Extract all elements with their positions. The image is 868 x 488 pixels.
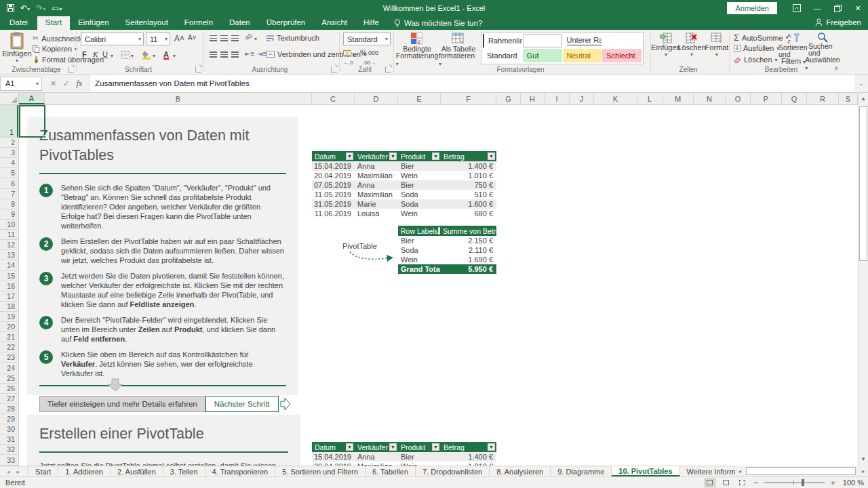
clear-button[interactable]: Löschen▾	[734, 56, 778, 64]
vertical-scrollbar[interactable]: ▲ ▼	[858, 93, 868, 466]
grow-font-icon[interactable]: A˄	[174, 34, 184, 43]
align-top-icon[interactable]	[210, 35, 217, 41]
orientation-dropdown-icon[interactable]: ▾	[254, 36, 257, 42]
tab-seitenlayout[interactable]: Seitenlayout	[117, 16, 176, 30]
cell-style-rahmenlinie-[interactable]: Rahmenlinie...	[483, 34, 522, 47]
cell[interactable]: 1.400 €	[441, 161, 496, 171]
sheet-tab-start[interactable]: Start	[28, 466, 58, 476]
cell[interactable]: Wein	[398, 171, 441, 180]
insert-cells-button[interactable]: Einfügen▾	[654, 33, 678, 58]
font-color-icon[interactable]: A	[163, 50, 169, 60]
cell[interactable]: 1.010 €	[441, 462, 496, 466]
copy-button[interactable]: Kopieren▾	[33, 45, 77, 53]
column-header-betrag[interactable]: Betrag▼	[441, 151, 496, 161]
row-header-5[interactable]: 5	[0, 168, 18, 178]
cell[interactable]: Bier	[398, 236, 440, 245]
row-header-27[interactable]: 27	[0, 394, 18, 404]
paste-button[interactable]: Einfügen▾	[4, 32, 30, 64]
column-header-o[interactable]: O	[726, 93, 751, 104]
row-header-17[interactable]: 17	[0, 291, 18, 302]
column-header-f[interactable]: F	[441, 93, 496, 104]
sheet-nav-left-icon[interactable]: ◂	[7, 468, 10, 475]
column-header-betrag[interactable]: Betrag▼	[441, 442, 496, 452]
row-header-21[interactable]: 21	[0, 332, 18, 342]
sheet-tab-10-pivottables[interactable]: 10. PivotTables	[612, 466, 679, 476]
insert-function-icon[interactable]: fx	[76, 79, 82, 89]
align-bottom-icon[interactable]	[231, 35, 239, 41]
font-color-dropdown-icon[interactable]: ▾	[173, 53, 176, 59]
column-header-r[interactable]: R	[807, 93, 839, 104]
tab-ansicht[interactable]: Ansicht	[313, 16, 355, 30]
normal-view-icon[interactable]	[705, 479, 715, 487]
scroll-right-icon[interactable]: ▸	[859, 468, 868, 474]
page-break-view-icon[interactable]	[737, 479, 748, 487]
ribbon-display-options-icon[interactable]	[787, 0, 807, 16]
column-header-s[interactable]: S	[839, 93, 858, 104]
cell[interactable]: 510 €	[441, 190, 496, 199]
cell[interactable]: 750 €	[441, 180, 496, 190]
filter-dropdown-icon[interactable]: ▼	[432, 152, 439, 160]
cell[interactable]: 07.05.2019	[312, 180, 355, 190]
clipboard-dialog-launcher[interactable]	[68, 66, 74, 73]
filter-dropdown-icon[interactable]: ▼	[488, 152, 495, 160]
sheet-tab-7-dropdownlisten[interactable]: 7. Dropdownlisten	[416, 466, 490, 476]
filter-dropdown-icon[interactable]: ▼	[346, 443, 353, 451]
row-header-33[interactable]: 33	[0, 455, 18, 465]
zoom-in-icon[interactable]: +	[830, 478, 835, 488]
column-header-q[interactable]: Q	[782, 93, 807, 104]
row-header-16[interactable]: 16	[0, 281, 18, 291]
sort-filter-button[interactable]: AZ Sortieren und Filtern ▾	[778, 32, 808, 66]
column-header-summe von betrag[interactable]: Summe von Betrag	[440, 226, 496, 236]
decrease-indent-icon[interactable]: ⇤≡	[245, 50, 254, 58]
cell[interactable]: 2.150 €	[440, 236, 496, 245]
row-header-29[interactable]: 29	[0, 414, 18, 424]
tell-me-box[interactable]: Was möchten Sie tun?	[387, 16, 489, 30]
scroll-left-icon[interactable]: ◂	[735, 468, 745, 474]
cell[interactable]: Wein	[398, 462, 441, 466]
column-header-b[interactable]: B	[45, 93, 312, 104]
sheet-tab-6-tabellen[interactable]: 6. Tabellen	[366, 466, 416, 476]
tab-datei[interactable]: Datei	[0, 16, 37, 30]
row-header-13[interactable]: 13	[0, 250, 18, 260]
row-header-28[interactable]: 28	[0, 404, 18, 414]
name-box[interactable]: A1▾	[0, 77, 42, 91]
cell[interactable]: Bier	[398, 161, 441, 171]
row-header-31[interactable]: 31	[0, 434, 18, 445]
close-icon[interactable]: ✕	[848, 0, 868, 16]
number-dialog-launcher[interactable]	[385, 66, 391, 73]
row-header-3[interactable]: 3	[0, 148, 18, 158]
cell[interactable]: 11.05.2019	[312, 190, 355, 199]
zoom-slider[interactable]	[764, 482, 825, 483]
cell[interactable]: Maximilian	[355, 190, 398, 199]
tab-einfügen[interactable]: Einfügen	[70, 16, 117, 30]
column-header-g[interactable]: G	[496, 93, 521, 104]
cell-style-schlecht[interactable]: Schlecht	[602, 49, 642, 62]
underline-button[interactable]: U	[102, 50, 108, 58]
cell-style-standard[interactable]: Standard	[483, 49, 522, 62]
filter-dropdown-icon[interactable]: ▼	[488, 443, 495, 451]
filter-dropdown-icon[interactable]: ▼	[346, 152, 353, 160]
horizontal-scroll-thumb[interactable]	[746, 467, 856, 475]
font-size-combo[interactable]: 11▾	[146, 33, 170, 45]
restore-icon[interactable]	[827, 0, 848, 16]
wrap-text-button[interactable]: Textumbruch	[267, 34, 319, 42]
format-cells-button[interactable]: Format▾	[705, 33, 728, 58]
row-header-11[interactable]: 11	[0, 230, 18, 240]
column-header-j[interactable]: J	[570, 93, 594, 104]
cell-style-empty[interactable]	[523, 34, 562, 47]
column-header-c[interactable]: C	[312, 93, 355, 104]
cell[interactable]: Louisa	[355, 209, 398, 218]
cell[interactable]: 31.05.2019	[312, 199, 355, 209]
increase-indent-icon[interactable]: ⇥≡	[257, 50, 267, 58]
number-format-combo[interactable]: Standard▾	[343, 33, 391, 45]
vertical-scroll-thumb[interactable]	[859, 106, 867, 261]
row-header-7[interactable]: 7	[0, 189, 18, 199]
column-header-row labels[interactable]: Row Labels▼	[398, 226, 440, 236]
column-header-l[interactable]: L	[637, 93, 663, 104]
row-header-32[interactable]: 32	[0, 445, 18, 455]
column-header-produkt[interactable]: Produkt▼	[398, 151, 441, 161]
cell[interactable]: 1.600 €	[441, 199, 496, 209]
tab-start[interactable]: Start	[37, 16, 70, 30]
comma-style-icon[interactable]: 000	[368, 49, 378, 56]
align-left-icon[interactable]	[210, 52, 217, 58]
